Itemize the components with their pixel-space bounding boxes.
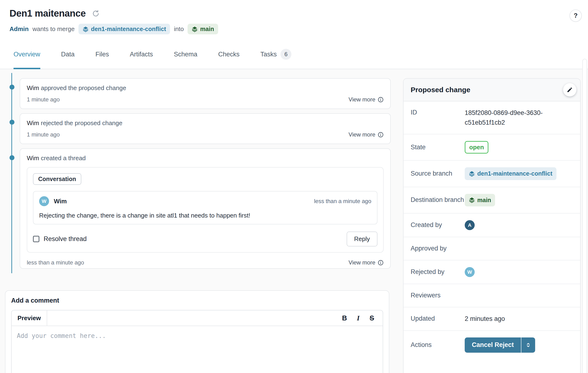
timeline-dot bbox=[10, 120, 14, 125]
created-by-label: Created by bbox=[411, 221, 465, 230]
tab-bar: Overview Data Files Artifacts Schema Che… bbox=[13, 49, 291, 69]
conversation-box: Conversation W Wim less than a minute ag… bbox=[27, 167, 384, 253]
sidebar-row-id: ID 185f2080-0869-d9ee-3630-c51eb51f1cb2 bbox=[404, 101, 580, 134]
event-actor: Wim bbox=[27, 84, 39, 92]
actions-label: Actions bbox=[411, 341, 465, 350]
avatar-wim: W bbox=[465, 267, 475, 277]
byline-action-text: wants to merge bbox=[32, 25, 75, 33]
reply-button[interactable]: Reply bbox=[347, 231, 378, 247]
thread-actor: Wim bbox=[27, 155, 39, 162]
strikethrough-icon[interactable]: S bbox=[370, 314, 374, 322]
source-branch-label: den1-maintenance-conflict bbox=[91, 26, 166, 32]
tab-tasks[interactable]: Tasks 6 bbox=[260, 49, 291, 69]
scrollbar[interactable] bbox=[582, 59, 587, 373]
proposed-change-header: Proposed change bbox=[404, 79, 580, 101]
help-button[interactable]: ? bbox=[569, 10, 582, 22]
view-more-link[interactable]: View more bbox=[348, 96, 384, 103]
destination-branch-badge[interactable]: main bbox=[188, 24, 218, 34]
tab-overview[interactable]: Overview bbox=[13, 49, 40, 69]
timeline-dot bbox=[10, 85, 14, 90]
layers-icon bbox=[192, 26, 198, 32]
approved-by-value bbox=[465, 244, 573, 253]
approved-by-label: Approved by bbox=[411, 244, 465, 253]
source-branch-badge[interactable]: den1-maintenance-conflict bbox=[78, 24, 170, 34]
sidebar-row-actions: Actions Cancel Reject bbox=[404, 331, 580, 359]
pencil-icon bbox=[567, 87, 573, 93]
conversation-badge: Conversation bbox=[33, 173, 81, 185]
refresh-button[interactable] bbox=[92, 10, 100, 17]
destination-branch-row-label: Destination branch bbox=[411, 196, 465, 205]
timeline-line bbox=[11, 73, 12, 273]
question-mark-icon: ? bbox=[574, 12, 578, 20]
tab-files[interactable]: Files bbox=[95, 49, 109, 69]
thread-card: Wim created a thread Conversation W Wim … bbox=[20, 148, 391, 269]
event-action: rejected the proposed change bbox=[41, 119, 122, 126]
updated-label: Updated bbox=[411, 314, 465, 323]
resolve-thread-checkbox[interactable] bbox=[33, 236, 39, 242]
tab-schema[interactable]: Schema bbox=[174, 49, 197, 69]
chevron-up-down-icon bbox=[525, 342, 531, 348]
byline-into-text: into bbox=[174, 25, 184, 33]
layers-icon bbox=[469, 197, 475, 203]
thread-timestamp: less than a minute ago bbox=[27, 259, 84, 266]
proposed-change-panel: Proposed change ID 185f2080-0869-d9ee-36… bbox=[403, 78, 581, 373]
timeline-event-card: Wim approved the proposed change 1 minut… bbox=[20, 78, 391, 109]
event-title: Wim rejected the proposed change bbox=[27, 119, 384, 127]
sidebar-row-rejected-by: Rejected by W bbox=[404, 260, 580, 284]
tab-checks[interactable]: Checks bbox=[218, 49, 240, 69]
bold-icon[interactable]: B bbox=[342, 314, 347, 322]
comment-body: Rejecting the change, there is a change … bbox=[39, 212, 371, 219]
event-action: approved the proposed change bbox=[41, 84, 126, 92]
layers-icon bbox=[469, 171, 475, 177]
thread-title: Wim created a thread bbox=[27, 155, 384, 162]
event-timestamp: 1 minute ago bbox=[27, 96, 60, 103]
byline: Admin wants to merge den1-maintenance-co… bbox=[10, 24, 218, 34]
sidebar-row-source-branch: Source branch den1-maintenance-conflict bbox=[404, 161, 580, 187]
preview-tab[interactable]: Preview bbox=[12, 311, 47, 326]
add-comment-title: Add a comment bbox=[11, 297, 383, 304]
state-label: State bbox=[411, 143, 465, 152]
cancel-reject-button[interactable]: Cancel Reject bbox=[465, 337, 521, 353]
sidebar-row-state: State open bbox=[404, 134, 580, 161]
edit-button[interactable] bbox=[563, 83, 576, 96]
sidebar-row-approved-by: Approved by bbox=[404, 237, 580, 260]
avatar-wim: W bbox=[39, 196, 49, 206]
event-title: Wim approved the proposed change bbox=[27, 84, 384, 92]
comment-timestamp: less than a minute ago bbox=[314, 198, 372, 205]
editor-toolbar: Preview B I S bbox=[12, 311, 383, 326]
destination-branch-label: main bbox=[200, 26, 214, 32]
sidebar-row-reviewers: Reviewers bbox=[404, 284, 580, 307]
resolve-thread-control[interactable]: Resolve thread bbox=[33, 235, 87, 243]
tab-data[interactable]: Data bbox=[61, 49, 75, 69]
info-icon bbox=[378, 132, 384, 138]
id-value: 185f2080-0869-d9ee-3630-c51eb51f1cb2 bbox=[465, 108, 573, 127]
comment-input[interactable] bbox=[12, 326, 383, 373]
thread-comment: W Wim less than a minute ago Rejecting t… bbox=[33, 191, 378, 224]
comment-author: Wim bbox=[54, 198, 67, 205]
source-branch-value: den1-maintenance-conflict bbox=[477, 169, 552, 178]
thread-action: created a thread bbox=[41, 155, 86, 162]
toolbar-spacer bbox=[47, 311, 342, 326]
sidebar-row-destination-branch: Destination branch main bbox=[404, 187, 580, 214]
comment-editor: Preview B I S bbox=[11, 310, 383, 373]
destination-branch-badge[interactable]: main bbox=[465, 194, 495, 207]
updated-value: 2 minutes ago bbox=[465, 314, 573, 324]
info-icon bbox=[378, 97, 384, 103]
avatar-admin: A bbox=[465, 220, 475, 230]
tab-artifacts[interactable]: Artifacts bbox=[130, 49, 153, 69]
source-branch-row-label: Source branch bbox=[411, 169, 465, 178]
byline-author: Admin bbox=[10, 25, 29, 33]
id-label: ID bbox=[411, 108, 465, 117]
italic-icon[interactable]: I bbox=[357, 314, 359, 322]
timeline-dot bbox=[10, 155, 14, 160]
source-branch-badge[interactable]: den1-maintenance-conflict bbox=[465, 167, 556, 180]
view-more-link[interactable]: View more bbox=[348, 131, 384, 138]
proposed-change-title: Proposed change bbox=[411, 86, 470, 93]
actions-dropdown-toggle[interactable] bbox=[521, 337, 535, 353]
view-more-link[interactable]: View more bbox=[348, 259, 384, 266]
reviewers-value bbox=[465, 291, 573, 300]
timeline-event-card: Wim rejected the proposed change 1 minut… bbox=[20, 113, 391, 144]
actions-split-button: Cancel Reject bbox=[465, 337, 535, 353]
info-icon bbox=[378, 260, 384, 266]
add-comment-section: Add a comment Preview B I S bbox=[5, 290, 389, 373]
